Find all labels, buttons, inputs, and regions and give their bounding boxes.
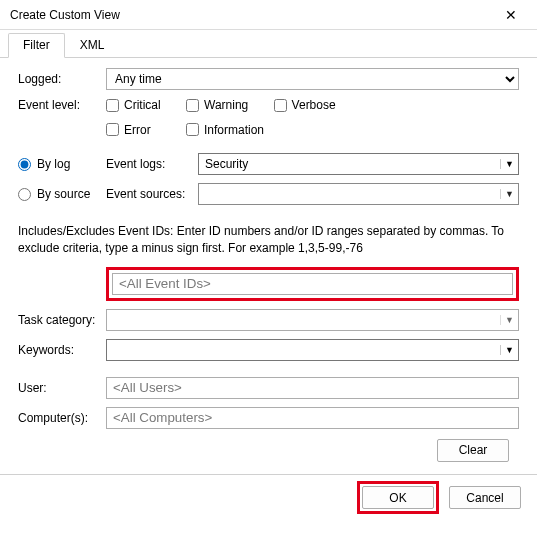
tab-xml[interactable]: XML (65, 33, 120, 58)
computers-input[interactable] (106, 407, 519, 429)
level-error[interactable]: Error (106, 123, 151, 137)
user-label: User: (18, 381, 106, 395)
chevron-down-icon: ▼ (500, 315, 518, 325)
logged-label: Logged: (18, 72, 106, 86)
event-level-label: Event level: (18, 98, 106, 112)
dialog-footer: OK Cancel (0, 474, 537, 520)
keywords-combo[interactable]: ▼ (106, 339, 519, 361)
level-verbose[interactable]: Verbose (274, 98, 336, 112)
tab-strip: Filter XML (0, 30, 537, 58)
event-logs-value: Security (199, 157, 500, 171)
window-title: Create Custom View (10, 8, 491, 22)
chevron-down-icon[interactable]: ▼ (500, 189, 518, 199)
event-sources-combo[interactable]: ▼ (198, 183, 519, 205)
cancel-button[interactable]: Cancel (449, 486, 521, 509)
title-bar: Create Custom View ✕ (0, 0, 537, 30)
clear-button[interactable]: Clear (437, 439, 509, 462)
chevron-down-icon[interactable]: ▼ (500, 159, 518, 169)
task-category-label: Task category: (18, 313, 106, 327)
level-critical[interactable]: Critical (106, 98, 161, 112)
task-category-combo[interactable]: ▼ (106, 309, 519, 331)
by-source-radio[interactable]: By source (18, 187, 106, 201)
event-ids-highlight (106, 267, 519, 301)
user-input[interactable] (106, 377, 519, 399)
level-information[interactable]: Information (186, 123, 264, 137)
tab-filter[interactable]: Filter (8, 33, 65, 58)
chevron-down-icon[interactable]: ▼ (500, 345, 518, 355)
event-ids-input[interactable] (112, 273, 513, 295)
event-ids-help: Includes/Excludes Event IDs: Enter ID nu… (18, 223, 519, 257)
logged-select[interactable]: Any time (106, 68, 519, 90)
by-log-radio[interactable]: By log (18, 157, 106, 171)
keywords-label: Keywords: (18, 343, 106, 357)
ok-highlight: OK (357, 481, 439, 514)
level-warning[interactable]: Warning (186, 98, 248, 112)
computers-label: Computer(s): (18, 411, 106, 425)
event-logs-label: Event logs: (106, 157, 198, 171)
event-logs-combo[interactable]: Security ▼ (198, 153, 519, 175)
event-sources-label: Event sources: (106, 187, 198, 201)
close-icon[interactable]: ✕ (491, 8, 531, 22)
ok-button[interactable]: OK (362, 486, 434, 509)
